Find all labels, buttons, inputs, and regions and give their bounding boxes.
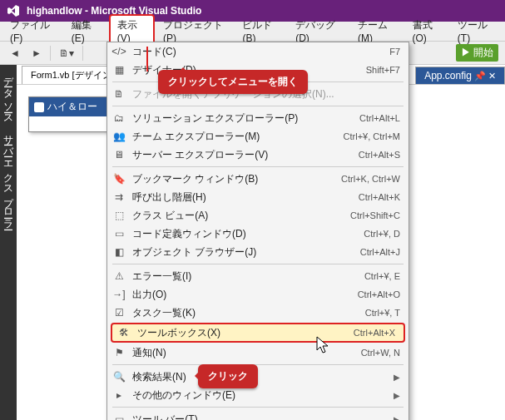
menu-separator [112,106,404,106]
tb-icon: ▭ [112,413,126,420]
other-icon: ▸ [112,388,126,402]
menu-item-find[interactable]: 🔍検索結果(N)▶ [107,368,408,386]
form-icon [34,102,44,112]
menu-separator [112,166,404,167]
menu-item-label: ソリューション エクスプローラー(P) [132,111,353,126]
class-icon: ⬚ [112,209,126,222]
nav-back-button[interactable]: ◄ [7,46,23,61]
annotation-line [146,47,148,72]
team-icon: 👥 [112,130,126,143]
menu-shortcut: Ctrl+Alt+K [359,192,400,202]
notify-icon: ⚑ [112,346,126,359]
toolbox-icon: 🛠 [117,326,131,339]
callout-click: クリック [198,364,258,388]
menu-item-label: クラス ビュー(A) [132,209,344,223]
menubar: ファイル(F)編集(E)表示(V)プロジェクト(P)ビルド(B)デバッグ(D)チ… [0,22,505,42]
menu-shortcut: Ctrl+Shift+C [350,210,400,220]
menu-item-toolbox[interactable]: 🛠ツールボックス(X)Ctrl+Alt+X [111,323,405,343]
menu-item-team[interactable]: 👥チーム エクスプローラー(M)Ctrl+¥, Ctrl+M [107,127,408,146]
menu-item-label: ブックマーク ウィンドウ(B) [132,172,334,186]
menu-item-label: エラー一覧(I) [132,269,358,284]
menu-item-7[interactable]: 書式(O) [406,16,449,47]
menu-item-code[interactable]: </>コード(C)F7 [107,42,408,61]
form-titlebar: ハイ＆ロー [29,97,119,116]
menu-shortcut: Ctrl+¥, D [364,229,400,239]
menu-item-label: ツールボックス(X) [137,326,347,340]
menu-shortcut: Ctrl+Alt+J [360,247,400,257]
menu-item-codewin[interactable]: ▭コード定義ウィンドウ(D)Ctrl+¥, D [107,225,408,243]
design-icon: ▦ [112,63,126,77]
tab-app-config[interactable]: App.config 📌 ✕ [415,67,505,84]
open-icon: 🗎 [112,87,126,101]
menu-item-tb[interactable]: ▭ツール バー(T)▶ [107,410,408,420]
menu-item-obj[interactable]: ◧オブジェクト ブラウザー(J)Ctrl+Alt+J [107,243,408,261]
menu-shortcut: Ctrl+W, N [361,348,400,358]
menu-separator [112,264,404,264]
menu-item-label: 通知(N) [132,346,354,360]
menu-shortcut: Shift+F7 [366,65,400,75]
separator [82,46,83,61]
menu-item-bookmark[interactable]: 🔖ブックマーク ウィンドウ(B)Ctrl+K, Ctrl+W [107,170,408,188]
menu-shortcut: Ctrl+Alt+O [358,289,400,299]
menu-item-label: 出力(O) [132,288,351,302]
menu-shortcut: Ctrl+¥, E [364,271,400,281]
callout-open-menu: クリックしてメニューを開く [158,70,308,94]
task-icon: ☑ [112,306,126,319]
menu-item-sol[interactable]: 🗂ソリューション エクスプローラー(P)Ctrl+Alt+L [107,109,408,127]
menu-item-label: ツール バー(T) [132,413,387,421]
menu-item-label: 検索結果(N) [132,370,387,384]
menu-separator [112,407,404,408]
start-debug-button[interactable]: ▶ 開始 [456,44,498,62]
bookmark-icon: 🔖 [112,172,126,185]
menu-item-1[interactable]: 編集(E) [65,16,107,47]
menu-shortcut: Ctrl+¥, Ctrl+M [344,131,400,141]
menu-item-8[interactable]: ツール(T) [451,16,502,47]
output-icon: →] [112,288,126,301]
menu-item-label: コード(C) [132,45,383,59]
menu-shortcut: F7 [389,47,400,57]
submenu-arrow-icon: ▶ [394,415,400,421]
menu-item-label: チーム エクスプローラー(M) [132,130,337,144]
call-icon: ⇉ [112,190,126,204]
menu-item-label: コード定義ウィンドウ(D) [132,227,357,241]
menu-shortcut: Ctrl+K, Ctrl+W [341,174,400,184]
menu-shortcut: Ctrl+Alt+X [354,328,395,338]
separator [50,46,51,61]
submenu-arrow-icon: ▶ [394,373,400,382]
code-icon: </> [112,45,126,58]
menu-separator [112,364,404,365]
menu-item-call[interactable]: ⇉呼び出し階層(H)Ctrl+Alt+K [107,188,408,206]
open-button[interactable]: 🗎▾ [56,46,77,61]
menu-shortcut: Ctrl+¥, T [365,308,400,318]
view-menu-dropdown: </>コード(C)F7▦デザイナー(D)Shift+F7🗎ファイルを開くアプリケ… [106,42,409,420]
menu-item-class[interactable]: ⬚クラス ビュー(A)Ctrl+Shift+C [107,206,408,225]
menu-item-notify[interactable]: ⚑通知(N)Ctrl+W, N [107,343,408,362]
menu-item-other[interactable]: ▸その他のウィンドウ(E)▶ [107,386,408,404]
sol-icon: 🗂 [112,111,126,125]
menu-shortcut: Ctrl+Alt+S [359,150,400,160]
menu-item-0[interactable]: ファイル(F) [3,16,63,47]
menu-item-label: サーバー エクスプローラー(V) [132,148,352,162]
side-tab-data-sources[interactable]: データ ソース サーバー エクスプローラー [0,65,17,420]
menu-item-label: その他のウィンドウ(E) [132,388,387,403]
menu-item-server[interactable]: 🖥サーバー エクスプローラー(V)Ctrl+Alt+S [107,146,408,164]
menu-item-output[interactable]: →]出力(O)Ctrl+Alt+O [107,285,408,304]
menu-item-label: タスク一覧(K) [132,306,359,320]
codewin-icon: ▭ [112,227,126,240]
find-icon: 🔍 [112,370,126,383]
error-icon: ⚠ [112,269,126,283]
obj-icon: ◧ [112,245,126,259]
server-icon: 🖥 [112,148,126,161]
submenu-arrow-icon: ▶ [394,391,400,400]
menu-shortcut: Ctrl+Alt+L [359,113,400,123]
nav-fwd-button[interactable]: ► [28,46,45,61]
menu-item-task[interactable]: ☑タスク一覧(K)Ctrl+¥, T [107,304,408,322]
menu-item-label: 呼び出し階層(H) [132,190,352,205]
menu-item-error[interactable]: ⚠エラー一覧(I)Ctrl+¥, E [107,267,408,285]
menu-item-label: オブジェクト ブラウザー(J) [132,245,354,259]
